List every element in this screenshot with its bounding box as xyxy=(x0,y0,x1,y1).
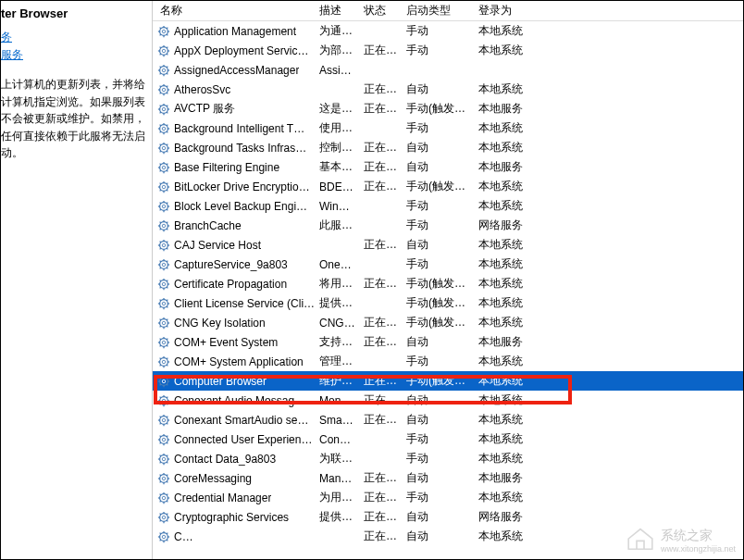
svg-line-9 xyxy=(167,27,167,28)
svg-line-269 xyxy=(167,532,167,533)
svg-line-97 xyxy=(167,209,167,210)
svg-line-29 xyxy=(167,66,167,67)
service-status: 正在… xyxy=(364,315,406,330)
table-row[interactable]: Background Tasks Infras…控制…正在…自动本地系统 xyxy=(153,138,743,157)
svg-line-169 xyxy=(167,338,167,339)
link-restart[interactable]: 服务 xyxy=(1,47,146,63)
svg-line-237 xyxy=(167,481,167,482)
svg-line-186 xyxy=(160,377,161,378)
table-row[interactable]: AtherosSvc正在…自动本地系统 xyxy=(153,80,743,99)
svg-line-66 xyxy=(160,143,161,144)
table-row[interactable]: BitLocker Drive Encryptio…BDE…正在…手动(触发…本… xyxy=(153,177,743,196)
table-row[interactable]: Contact Data_9a803为联…手动本地系统 xyxy=(153,449,743,468)
table-row[interactable]: Credential Manager为用…正在…手动本地系统 xyxy=(153,488,743,507)
svg-line-166 xyxy=(160,338,161,339)
table-row[interactable]: Conexant SmartAudio se…Sma…正在…自动本地系统 xyxy=(153,410,743,429)
svg-point-71 xyxy=(162,166,166,169)
service-status: 正在… xyxy=(364,529,406,544)
service-start: 手动 xyxy=(406,490,478,505)
service-gear-icon xyxy=(156,432,171,447)
table-row[interactable]: Connected User Experien…Con…手动本地系统 xyxy=(153,429,743,449)
svg-line-69 xyxy=(167,143,167,144)
service-name: COM+ System Application xyxy=(174,355,304,368)
table-row[interactable]: Computer Browser维护…正在…手动(触发…本地系统 xyxy=(153,371,743,391)
service-desc: 为通… xyxy=(319,23,364,39)
table-row[interactable]: Background Intelligent T…使用…手动本地系统 xyxy=(153,118,743,138)
service-status: 正在… xyxy=(364,237,406,253)
table-row[interactable]: COM+ Event System支持…正在…自动本地服务 xyxy=(153,332,743,352)
column-headers[interactable]: 名称 描述 状态 启动类型 登录为 xyxy=(153,1,743,21)
table-row[interactable]: Client License Service (Cli…提供…手动(触发…本地系… xyxy=(153,293,743,313)
svg-point-261 xyxy=(162,535,166,539)
svg-line-218 xyxy=(160,442,161,443)
svg-line-46 xyxy=(160,105,161,106)
table-row[interactable]: AssignedAccessManagerAssi… xyxy=(153,60,743,80)
svg-line-209 xyxy=(167,416,167,417)
link-start[interactable]: 务 xyxy=(1,30,146,45)
svg-line-18 xyxy=(160,54,161,55)
table-row[interactable]: BranchCache此服…手动网络服务 xyxy=(153,216,743,235)
svg-line-197 xyxy=(167,404,167,404)
svg-line-268 xyxy=(160,540,161,541)
table-row[interactable]: CoreMessagingMan…正在…自动本地服务 xyxy=(153,468,743,488)
table-row[interactable]: CNG Key IsolationCNG…正在…手动(触发…本地系统 xyxy=(153,313,743,332)
service-logon: 本地系统 xyxy=(478,451,552,467)
table-row[interactable]: CaptureService_9a803One…手动本地系统 xyxy=(153,255,743,274)
svg-line-28 xyxy=(160,73,161,74)
service-name: Background Tasks Infras… xyxy=(174,142,306,155)
service-status: 正在… xyxy=(364,101,406,117)
service-name: Certificate Propagation xyxy=(174,278,287,291)
header-start[interactable]: 启动类型 xyxy=(406,3,478,19)
svg-line-99 xyxy=(167,202,167,203)
svg-point-31 xyxy=(162,88,166,92)
svg-line-127 xyxy=(167,268,167,268)
table-row[interactable]: AVCTP 服务这是…正在…手动(触发…本地服务 xyxy=(153,99,743,118)
service-gear-icon xyxy=(156,257,171,272)
svg-line-126 xyxy=(160,260,161,261)
watermark-sub: www.xitongzhijia.net xyxy=(661,544,736,554)
table-row[interactable]: Application Management为通…手动本地系统 xyxy=(153,21,743,41)
svg-line-256 xyxy=(160,513,161,514)
service-status: 正在… xyxy=(364,509,406,525)
table-row[interactable]: Certificate Propagation将用…正在…手动(触发…本地系统 xyxy=(153,274,743,293)
svg-point-201 xyxy=(162,418,166,422)
service-start: 手动 xyxy=(406,23,478,39)
table-row[interactable]: Conexant Audio Messag…Mon…正在…自动本地系统 xyxy=(153,391,743,410)
header-desc[interactable]: 描述 xyxy=(319,3,364,19)
svg-line-129 xyxy=(167,260,167,261)
table-row[interactable]: COM+ System Application管理…手动本地系统 xyxy=(153,352,743,371)
svg-line-189 xyxy=(167,377,167,378)
table-row[interactable]: CAJ Service Host正在…自动本地系统 xyxy=(153,235,743,255)
selected-service-title: ter Browser xyxy=(1,6,146,20)
svg-line-109 xyxy=(167,221,167,222)
table-row[interactable]: Base Filtering Engine基本…正在…自动本地服务 xyxy=(153,157,743,177)
service-start: 手动 xyxy=(406,451,478,467)
svg-line-47 xyxy=(167,112,167,113)
service-desc: One… xyxy=(319,258,364,271)
services-rows[interactable]: Application Management为通…手动本地系统AppX Depl… xyxy=(153,21,743,546)
svg-point-231 xyxy=(162,477,166,480)
svg-line-106 xyxy=(160,221,161,222)
service-name: Background Intelligent T… xyxy=(174,122,304,135)
service-start: 自动 xyxy=(406,392,478,408)
header-name[interactable]: 名称 xyxy=(153,3,319,19)
service-desc: 为联… xyxy=(319,451,364,467)
svg-line-78 xyxy=(160,170,161,171)
svg-line-148 xyxy=(160,306,161,307)
service-start: 自动 xyxy=(406,412,478,428)
table-row[interactable]: Cryptographic Services提供…正在…自动网络服务 xyxy=(153,507,743,527)
service-name: Base Filtering Engine xyxy=(174,161,279,174)
svg-line-177 xyxy=(167,365,167,366)
svg-line-137 xyxy=(167,287,167,288)
table-row[interactable]: Block Level Backup Engi…Win…手动本地系统 xyxy=(153,196,743,216)
svg-line-179 xyxy=(167,357,167,358)
header-status[interactable]: 状态 xyxy=(364,3,406,19)
table-row[interactable]: AppX Deployment Servic…为部…正在…手动本地系统 xyxy=(153,41,743,60)
watermark: 系统之家 www.xitongzhijia.net xyxy=(626,527,736,554)
service-logon: 本地系统 xyxy=(478,373,552,389)
service-start: 手动 xyxy=(406,198,478,214)
svg-line-27 xyxy=(167,73,167,74)
service-start: 自动 xyxy=(406,237,478,253)
svg-line-188 xyxy=(160,384,161,385)
header-logon[interactable]: 登录为 xyxy=(478,3,552,19)
